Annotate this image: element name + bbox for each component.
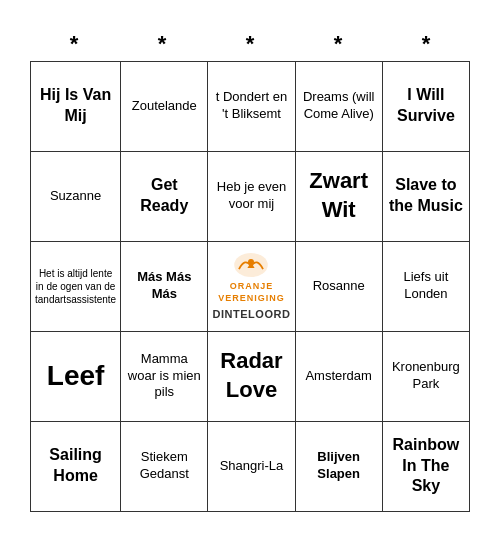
stars-row: * * * * * bbox=[20, 23, 480, 61]
cell-17: Radar Love bbox=[208, 332, 295, 422]
cell-text-6: Get Ready bbox=[125, 175, 203, 217]
cell-text-14: Liefs uit Londen bbox=[387, 269, 465, 303]
cell-text-0: Hij Is Van Mij bbox=[35, 85, 116, 127]
star-1: * bbox=[70, 31, 79, 57]
cell-9: Slave to the Music bbox=[383, 152, 470, 242]
cell-text-24: Rainbow In The Sky bbox=[387, 435, 465, 497]
cell-text-20: Sailing Home bbox=[35, 445, 116, 487]
cell-6: Get Ready bbox=[121, 152, 208, 242]
cell-text-18: Amsterdam bbox=[305, 368, 371, 385]
cell-12: ORANJE VERENIGING DINTELOORD bbox=[208, 242, 295, 332]
cell-text-9: Slave to the Music bbox=[387, 175, 465, 217]
cell-1: Zoutelande bbox=[121, 62, 208, 152]
cell-text-4: I Will Survive bbox=[387, 85, 465, 127]
cell-10: Het is altijd lente in de ogen van de ta… bbox=[31, 242, 121, 332]
cell-18: Amsterdam bbox=[296, 332, 383, 422]
bingo-grid: Hij Is Van MijZoutelandet Dondert en 't … bbox=[30, 61, 470, 512]
cell-text-2: t Dondert en 't Bliksemt bbox=[212, 89, 290, 123]
cell-text-22: Shangri-La bbox=[220, 458, 284, 475]
cell-22: Shangri-La bbox=[208, 422, 295, 512]
cell-text-21: Stiekem Gedanst bbox=[125, 449, 203, 483]
cell-text-11: Más Más Más bbox=[125, 269, 203, 303]
cell-text-3: Dreams (will Come Alive) bbox=[300, 89, 378, 123]
cell-4: I Will Survive bbox=[383, 62, 470, 152]
bingo-card: * * * * * Hij Is Van MijZoutelandet Dond… bbox=[20, 23, 480, 522]
star-2: * bbox=[158, 31, 167, 57]
cell-text-15: Leef bbox=[47, 358, 105, 394]
cell-24: Rainbow In The Sky bbox=[383, 422, 470, 512]
cell-text-1: Zoutelande bbox=[132, 98, 197, 115]
cell-15: Leef bbox=[31, 332, 121, 422]
cell-13: Rosanne bbox=[296, 242, 383, 332]
star-5: * bbox=[422, 31, 431, 57]
cell-8: Zwart Wit bbox=[296, 152, 383, 242]
cell-16: Mamma woar is mien pils bbox=[121, 332, 208, 422]
cell-text-8: Zwart Wit bbox=[300, 167, 378, 224]
cell-text-13: Rosanne bbox=[313, 278, 365, 295]
cell-19: Kronenburg Park bbox=[383, 332, 470, 422]
cell-text-23: Blijven Slapen bbox=[300, 449, 378, 483]
cell-23: Blijven Slapen bbox=[296, 422, 383, 512]
cell-11: Más Más Más bbox=[121, 242, 208, 332]
star-4: * bbox=[334, 31, 343, 57]
cell-0: Hij Is Van Mij bbox=[31, 62, 121, 152]
cell-21: Stiekem Gedanst bbox=[121, 422, 208, 512]
cell-text-17: Radar Love bbox=[212, 347, 290, 404]
cell-text-16: Mamma woar is mien pils bbox=[125, 351, 203, 402]
cell-5: Suzanne bbox=[31, 152, 121, 242]
cell-20: Sailing Home bbox=[31, 422, 121, 512]
cell-2: t Dondert en 't Bliksemt bbox=[208, 62, 295, 152]
star-3: * bbox=[246, 31, 255, 57]
cell-text-7: Heb je even voor mij bbox=[212, 179, 290, 213]
cell-text-10: Het is altijd lente in de ogen van de ta… bbox=[35, 267, 116, 306]
cell-14: Liefs uit Londen bbox=[383, 242, 470, 332]
cell-text-19: Kronenburg Park bbox=[387, 359, 465, 393]
cell-7: Heb je even voor mij bbox=[208, 152, 295, 242]
logo-top: ORANJE VERENIGING bbox=[212, 281, 290, 304]
cell-3: Dreams (will Come Alive) bbox=[296, 62, 383, 152]
cell-text-5: Suzanne bbox=[50, 188, 101, 205]
logo-main: DINTELOORD bbox=[213, 307, 291, 321]
